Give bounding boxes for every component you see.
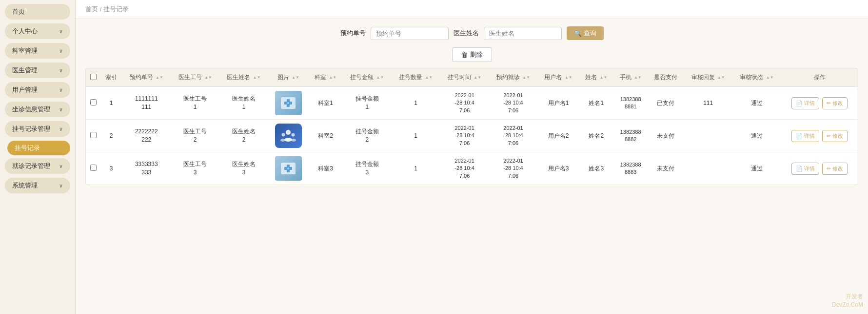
- sort-icon: ▲▼: [766, 76, 774, 80]
- cell-doc-name: 医生姓名 3: [219, 152, 268, 185]
- th-paid: 是否支付: [648, 68, 684, 87]
- th-phone: 手机 ▲▼: [613, 68, 648, 87]
- th-dept: 科室 ▲▼: [308, 68, 342, 87]
- cell-index: 1: [100, 87, 122, 120]
- medical-image: [275, 91, 302, 115]
- sort-icon: ▲▼: [376, 76, 384, 80]
- row-checkbox[interactable]: [90, 132, 97, 138]
- medical-image: [275, 156, 302, 181]
- sidebar-item-department[interactable]: 科室管理 ∨: [5, 43, 70, 59]
- sort-icon: ▲▼: [634, 76, 642, 80]
- cell-order-no: 2222222 222: [122, 120, 171, 152]
- sort-icon: ▲▼: [717, 76, 725, 80]
- cell-username: 用户名2: [537, 120, 579, 152]
- edit-button[interactable]: ✏ 修改: [822, 163, 848, 175]
- cell-doc-id: 医生工号 3: [171, 152, 219, 185]
- sort-icon: ▲▼: [473, 76, 481, 80]
- search-button-label: 查询: [584, 29, 596, 38]
- sidebar-item-user[interactable]: 用户管理 ∨: [5, 82, 70, 98]
- cell-paid: 未支付: [648, 152, 684, 185]
- svg-point-13: [287, 167, 289, 169]
- delete-button-label: 删除: [470, 50, 483, 59]
- search-icon: 🔍: [574, 30, 582, 37]
- sidebar-item-personal[interactable]: 个人中心 ∨: [5, 23, 70, 39]
- data-table: 索引 预约单号 ▲▼ 医生工号 ▲▼ 医生姓名 ▲▼: [86, 68, 858, 185]
- svg-point-6: [292, 133, 295, 137]
- cell-fee: 挂号金额 2: [343, 120, 392, 152]
- cell-reg-time: 2022-01 -28 10:4 7:06: [440, 87, 489, 120]
- cell-name: 姓名1: [579, 87, 613, 120]
- th-order-no: 预约单号 ▲▼: [122, 68, 171, 87]
- cell-username: 用户名3: [537, 152, 579, 185]
- th-review-status: 审核状态 ▲▼: [732, 68, 781, 87]
- cell-review-reply: 111: [684, 87, 732, 120]
- cell-paid: 未支付: [648, 120, 684, 152]
- svg-point-7: [284, 138, 292, 142]
- th-ops: 操作: [781, 68, 858, 87]
- row-checkbox[interactable]: [90, 165, 97, 171]
- sidebar-item-system[interactable]: 系统管理 ∨: [5, 178, 70, 193]
- data-table-wrapper: 索引 预约单号 ▲▼ 医生工号 ▲▼ 医生姓名 ▲▼: [85, 68, 858, 185]
- sidebar-item-registration[interactable]: 挂号记录管理 ∨: [5, 121, 70, 137]
- cell-review-status: 通过: [732, 120, 781, 152]
- cell-doc-id: 医生工号 2: [171, 120, 219, 152]
- search-label-order: 预约单号: [340, 29, 366, 38]
- th-appt-time: 预约就诊 ▲▼: [489, 68, 538, 87]
- cell-appt-time: 2022-01 -28 10:4 7:06: [489, 87, 538, 120]
- edit-button[interactable]: ✏ 修改: [822, 97, 848, 109]
- content-area: 预约单号 医生姓名 🔍 查询 🗑 删除: [76, 19, 868, 314]
- cell-ops: 📄 详情 ✏ 修改: [781, 120, 858, 152]
- cell-review-reply: [684, 120, 732, 152]
- th-doc-id: 医生工号 ▲▼: [171, 68, 219, 87]
- edit-button[interactable]: ✏ 修改: [822, 130, 848, 142]
- cell-qty: 1: [392, 87, 440, 120]
- th-doc-name: 医生姓名 ▲▼: [219, 68, 268, 87]
- action-bar: 🗑 删除: [85, 47, 858, 62]
- sort-icon: ▲▼: [253, 76, 261, 80]
- svg-point-3: [287, 102, 289, 104]
- team-icon: [275, 124, 302, 148]
- detail-button[interactable]: 📄 详情: [791, 130, 819, 142]
- cell-qty: 1: [392, 152, 440, 185]
- sidebar-item-personal-label: 个人中心: [12, 27, 38, 36]
- search-button[interactable]: 🔍 查询: [567, 26, 604, 40]
- sidebar-item-visit[interactable]: 就诊记录管理 ∨: [5, 158, 70, 174]
- delete-icon: 🗑: [461, 51, 468, 59]
- sidebar-item-consultation[interactable]: 坐诊信息管理 ∨: [5, 102, 70, 117]
- th-qty: 挂号数量 ▲▼: [392, 68, 440, 87]
- sidebar-item-home[interactable]: 首页: [5, 4, 70, 20]
- breadcrumb: 首页 / 挂号记录: [76, 0, 868, 19]
- sidebar-item-reg-record[interactable]: 挂号记录: [7, 141, 70, 155]
- table-row: 3 3333333 333 医生工号 3 医生姓名 3 科室3 挂号金额 3 1…: [86, 152, 858, 185]
- sidebar-item-doctor[interactable]: 医生管理 ∨: [5, 63, 70, 78]
- select-all-checkbox[interactable]: [90, 74, 97, 80]
- search-input-order[interactable]: [371, 27, 449, 40]
- cell-fee: 挂号金额 3: [343, 152, 392, 185]
- table-row: 2 2222222 222 医生工号 2 医生姓名 2 科室2 挂号金额 2 1…: [86, 120, 858, 152]
- svg-point-5: [282, 133, 285, 137]
- th-name: 姓名 ▲▼: [579, 68, 613, 87]
- search-input-doctor[interactable]: [484, 27, 562, 40]
- chevron-down-icon: ∨: [59, 126, 63, 132]
- detail-button[interactable]: 📄 详情: [791, 163, 819, 175]
- cell-appt-time: 2022-01 -28 10:4 7:06: [489, 152, 538, 185]
- row-checkbox[interactable]: [90, 99, 97, 105]
- delete-button[interactable]: 🗑 删除: [452, 47, 492, 62]
- cell-image: [268, 87, 308, 120]
- cell-review-status: 通过: [732, 87, 781, 120]
- sidebar-item-visit-label: 就诊记录管理: [12, 162, 50, 170]
- sidebar-item-registration-label: 挂号记录管理: [12, 125, 50, 133]
- cell-doc-id: 医生工号 1: [171, 87, 219, 120]
- cell-qty: 1: [392, 120, 440, 152]
- chevron-down-icon: ∨: [59, 28, 63, 35]
- main-content: 首页 / 挂号记录 预约单号 医生姓名 🔍 查询 🗑 删除: [76, 0, 868, 314]
- row-checkbox-cell: [86, 120, 100, 152]
- sort-icon: ▲▼: [204, 76, 212, 80]
- sidebar-item-department-label: 科室管理: [12, 46, 38, 55]
- sidebar-item-doctor-label: 医生管理: [12, 66, 38, 75]
- cell-username: 用户名1: [537, 87, 579, 120]
- detail-button[interactable]: 📄 详情: [791, 97, 819, 109]
- cell-review-status: 通过: [732, 152, 781, 185]
- chevron-down-icon: ∨: [59, 48, 63, 54]
- table-header-row: 索引 预约单号 ▲▼ 医生工号 ▲▼ 医生姓名 ▲▼: [86, 68, 858, 87]
